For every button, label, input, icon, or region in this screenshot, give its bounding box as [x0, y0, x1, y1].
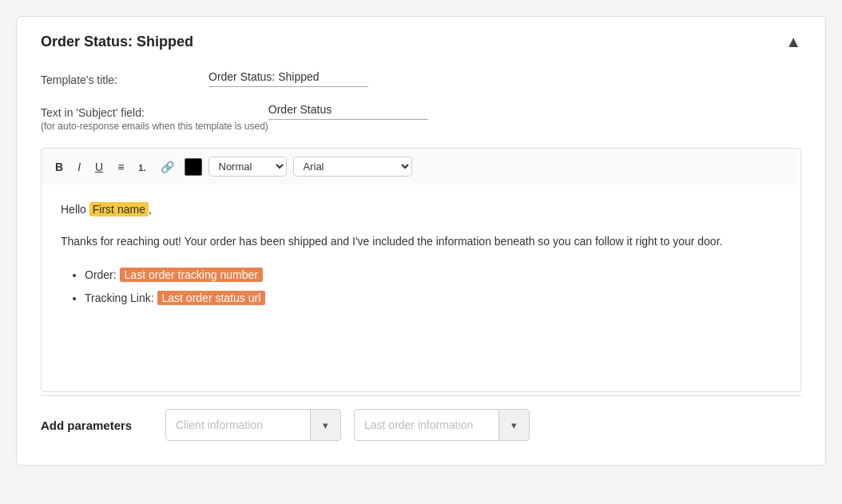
collapse-icon[interactable]: ▲: [785, 33, 801, 51]
client-info-dropdown[interactable]: Client information ▾: [165, 409, 341, 441]
subject-field-row: Text in 'Subject' field: (for auto-respo…: [41, 103, 801, 132]
subject-value[interactable]: Order Status: [268, 103, 428, 120]
page-title: Order Status: Shipped: [41, 34, 193, 50]
unordered-list-button[interactable]: ≡: [113, 158, 128, 176]
font-select[interactable]: Arial Times New Roman Courier New Verdan…: [293, 157, 412, 177]
list-ul-icon: ≡: [117, 161, 124, 173]
list-item: Tracking Link: Last order status url: [85, 289, 781, 308]
editor-greeting-text: Hello: [61, 203, 86, 216]
editor-toolbar: B I U ≡ 1. 🔗 Normal Heading 1 Heading 2 …: [41, 148, 801, 185]
list-item-prefix-2: Tracking Link:: [85, 292, 157, 304]
bold-button[interactable]: B: [51, 158, 67, 176]
first-name-tag: First name: [89, 202, 149, 216]
chevron-down-icon: ▾: [511, 419, 517, 431]
ordered-list-button[interactable]: 1.: [134, 158, 149, 176]
italic-button[interactable]: I: [73, 158, 85, 176]
subject-sublabel: (for auto-response emails when this temp…: [41, 121, 268, 132]
tracking-number-tag: Last order tracking number: [120, 268, 263, 282]
link-icon: 🔗: [161, 161, 174, 173]
client-info-placeholder: Client information: [166, 419, 310, 431]
chevron-down-icon: ▾: [323, 419, 328, 431]
list-item-prefix-1: Order:: [85, 268, 120, 281]
editor-greeting-line: Hello First name,: [61, 200, 781, 220]
editor-list: Order: Last order tracking number Tracki…: [61, 266, 781, 309]
underline-button[interactable]: U: [91, 158, 107, 176]
last-order-info-dropdown[interactable]: Last order information ▾: [354, 409, 530, 441]
card-header: Order Status: Shipped ▲: [41, 33, 801, 51]
list-ol-icon: 1.: [138, 163, 145, 173]
template-title-row: Template's title: Order Status: Shipped: [41, 70, 801, 87]
params-label: Add parameters: [41, 419, 153, 432]
status-url-tag: Last order status url: [157, 291, 266, 305]
color-picker[interactable]: [185, 158, 202, 176]
main-card: Order Status: Shipped ▲ Template's title…: [16, 16, 826, 466]
format-select[interactable]: Normal Heading 1 Heading 2 Heading 3: [209, 157, 287, 177]
list-item: Order: Last order tracking number: [85, 266, 781, 285]
client-info-arrow[interactable]: ▾: [310, 410, 340, 440]
last-order-info-placeholder: Last order information: [355, 419, 498, 431]
template-title-label: Template's title:: [41, 70, 209, 86]
subject-label: Text in 'Subject' field: (for auto-respo…: [41, 103, 268, 132]
add-parameters-row: Add parameters Client information ▾ Last…: [41, 395, 801, 441]
last-order-info-arrow[interactable]: ▾: [498, 410, 529, 440]
link-button[interactable]: 🔗: [157, 158, 178, 176]
template-title-value: Order Status: Shipped: [209, 70, 368, 87]
editor-comma: ,: [149, 203, 152, 216]
editor-body-text: Thanks for reaching out! Your order has …: [61, 232, 781, 252]
editor-area[interactable]: Hello First name, Thanks for reaching ou…: [41, 185, 801, 392]
